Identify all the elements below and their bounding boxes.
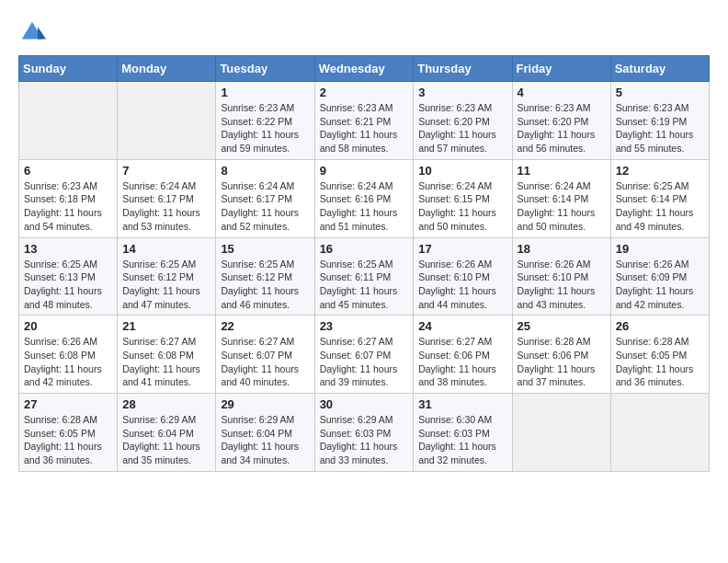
week-row-1: 1Sunrise: 6:23 AM Sunset: 6:22 PM Daylig… <box>19 82 710 160</box>
calendar-cell: 28Sunrise: 6:29 AM Sunset: 6:04 PM Dayli… <box>118 394 216 472</box>
calendar-cell: 20Sunrise: 6:26 AM Sunset: 6:08 PM Dayli… <box>19 316 118 394</box>
day-info: Sunrise: 6:25 AM Sunset: 6:12 PM Dayligh… <box>221 258 309 312</box>
day-number: 30 <box>320 397 409 411</box>
day-number: 11 <box>518 164 606 178</box>
day-number: 29 <box>221 397 309 411</box>
day-info: Sunrise: 6:24 AM Sunset: 6:17 PM Dayligh… <box>122 179 210 234</box>
calendar-cell: 14Sunrise: 6:25 AM Sunset: 6:12 PM Dayli… <box>118 237 216 316</box>
day-info: Sunrise: 6:23 AM Sunset: 6:20 PM Dayligh… <box>418 101 506 155</box>
day-info: Sunrise: 6:27 AM Sunset: 6:07 PM Dayligh… <box>320 335 409 389</box>
day-info: Sunrise: 6:25 AM Sunset: 6:14 PM Dayligh… <box>616 179 704 234</box>
day-info: Sunrise: 6:25 AM Sunset: 6:13 PM Dayligh… <box>24 258 112 312</box>
day-info: Sunrise: 6:24 AM Sunset: 6:17 PM Dayligh… <box>221 179 309 234</box>
calendar-cell: 16Sunrise: 6:25 AM Sunset: 6:11 PM Dayli… <box>314 237 414 316</box>
week-row-3: 13Sunrise: 6:25 AM Sunset: 6:13 PM Dayli… <box>19 237 710 316</box>
day-info: Sunrise: 6:29 AM Sunset: 6:04 PM Dayligh… <box>221 413 309 467</box>
calendar-cell: 1Sunrise: 6:23 AM Sunset: 6:22 PM Daylig… <box>216 82 314 160</box>
day-info: Sunrise: 6:25 AM Sunset: 6:12 PM Dayligh… <box>122 258 210 312</box>
column-header-wednesday: Wednesday <box>314 56 414 82</box>
calendar-cell <box>512 394 610 472</box>
column-header-saturday: Saturday <box>610 56 709 82</box>
column-header-thursday: Thursday <box>414 56 512 82</box>
calendar-cell: 2Sunrise: 6:23 AM Sunset: 6:21 PM Daylig… <box>314 82 414 160</box>
calendar-cell: 25Sunrise: 6:28 AM Sunset: 6:06 PM Dayli… <box>512 316 610 394</box>
calendar-cell: 12Sunrise: 6:25 AM Sunset: 6:14 PM Dayli… <box>610 159 709 237</box>
day-info: Sunrise: 6:28 AM Sunset: 6:05 PM Dayligh… <box>24 413 112 467</box>
day-number: 4 <box>518 86 606 99</box>
calendar-cell: 24Sunrise: 6:27 AM Sunset: 6:06 PM Dayli… <box>414 316 512 394</box>
day-info: Sunrise: 6:23 AM Sunset: 6:21 PM Dayligh… <box>320 101 409 155</box>
calendar-cell: 15Sunrise: 6:25 AM Sunset: 6:12 PM Dayli… <box>216 237 314 316</box>
calendar-cell: 23Sunrise: 6:27 AM Sunset: 6:07 PM Dayli… <box>314 316 414 394</box>
week-row-4: 20Sunrise: 6:26 AM Sunset: 6:08 PM Dayli… <box>19 316 710 394</box>
calendar-header-row: SundayMondayTuesdayWednesdayThursdayFrid… <box>19 56 710 82</box>
week-row-2: 6Sunrise: 6:23 AM Sunset: 6:18 PM Daylig… <box>19 159 710 237</box>
calendar-cell: 5Sunrise: 6:23 AM Sunset: 6:19 PM Daylig… <box>610 82 709 160</box>
calendar-cell: 31Sunrise: 6:30 AM Sunset: 6:03 PM Dayli… <box>414 394 512 472</box>
calendar-cell <box>610 394 709 472</box>
day-info: Sunrise: 6:26 AM Sunset: 6:09 PM Dayligh… <box>616 258 704 312</box>
calendar-cell: 19Sunrise: 6:26 AM Sunset: 6:09 PM Dayli… <box>610 237 709 316</box>
day-number: 28 <box>122 397 210 411</box>
day-number: 26 <box>616 319 704 333</box>
day-number: 27 <box>24 397 112 411</box>
day-number: 2 <box>320 86 409 99</box>
day-info: Sunrise: 6:27 AM Sunset: 6:06 PM Dayligh… <box>418 335 506 389</box>
day-info: Sunrise: 6:23 AM Sunset: 6:18 PM Dayligh… <box>24 179 112 234</box>
day-info: Sunrise: 6:27 AM Sunset: 6:07 PM Dayligh… <box>221 335 309 389</box>
calendar-cell <box>19 82 118 160</box>
page-header <box>18 18 710 46</box>
day-number: 8 <box>221 164 309 178</box>
svg-marker-1 <box>38 27 46 40</box>
day-number: 19 <box>616 242 704 256</box>
day-number: 20 <box>24 319 112 333</box>
calendar-cell: 8Sunrise: 6:24 AM Sunset: 6:17 PM Daylig… <box>216 159 314 237</box>
day-info: Sunrise: 6:24 AM Sunset: 6:15 PM Dayligh… <box>418 179 506 234</box>
calendar-cell: 27Sunrise: 6:28 AM Sunset: 6:05 PM Dayli… <box>19 394 118 472</box>
day-info: Sunrise: 6:29 AM Sunset: 6:03 PM Dayligh… <box>320 413 409 467</box>
day-number: 6 <box>24 164 112 178</box>
day-number: 13 <box>24 242 112 256</box>
day-number: 14 <box>122 242 210 256</box>
column-header-sunday: Sunday <box>19 56 118 82</box>
day-number: 18 <box>518 242 606 256</box>
day-info: Sunrise: 6:26 AM Sunset: 6:10 PM Dayligh… <box>418 258 506 312</box>
day-number: 22 <box>221 319 309 333</box>
day-info: Sunrise: 6:26 AM Sunset: 6:08 PM Dayligh… <box>24 335 112 389</box>
day-number: 1 <box>221 86 309 99</box>
day-number: 23 <box>320 319 409 333</box>
day-number: 16 <box>320 242 409 256</box>
logo-icon <box>18 18 46 46</box>
day-info: Sunrise: 6:30 AM Sunset: 6:03 PM Dayligh… <box>418 413 506 467</box>
day-number: 5 <box>616 86 704 99</box>
calendar-cell: 18Sunrise: 6:26 AM Sunset: 6:10 PM Dayli… <box>512 237 610 316</box>
day-number: 31 <box>418 397 506 411</box>
calendar-cell: 7Sunrise: 6:24 AM Sunset: 6:17 PM Daylig… <box>118 159 216 237</box>
day-number: 10 <box>418 164 506 178</box>
day-info: Sunrise: 6:28 AM Sunset: 6:06 PM Dayligh… <box>518 335 606 389</box>
day-info: Sunrise: 6:24 AM Sunset: 6:14 PM Dayligh… <box>518 179 606 234</box>
calendar-cell: 22Sunrise: 6:27 AM Sunset: 6:07 PM Dayli… <box>216 316 314 394</box>
day-number: 21 <box>122 319 210 333</box>
day-info: Sunrise: 6:25 AM Sunset: 6:11 PM Dayligh… <box>320 258 409 312</box>
day-number: 12 <box>616 164 704 178</box>
day-number: 7 <box>122 164 210 178</box>
calendar-cell: 9Sunrise: 6:24 AM Sunset: 6:16 PM Daylig… <box>314 159 414 237</box>
day-info: Sunrise: 6:24 AM Sunset: 6:16 PM Dayligh… <box>320 179 409 234</box>
day-info: Sunrise: 6:23 AM Sunset: 6:22 PM Dayligh… <box>221 101 309 155</box>
calendar-cell: 4Sunrise: 6:23 AM Sunset: 6:20 PM Daylig… <box>512 82 610 160</box>
column-header-monday: Monday <box>118 56 216 82</box>
column-header-friday: Friday <box>512 56 610 82</box>
day-number: 24 <box>418 319 506 333</box>
calendar-cell: 17Sunrise: 6:26 AM Sunset: 6:10 PM Dayli… <box>414 237 512 316</box>
day-info: Sunrise: 6:26 AM Sunset: 6:10 PM Dayligh… <box>518 258 606 312</box>
day-info: Sunrise: 6:28 AM Sunset: 6:05 PM Dayligh… <box>616 335 704 389</box>
calendar-cell: 29Sunrise: 6:29 AM Sunset: 6:04 PM Dayli… <box>216 394 314 472</box>
day-info: Sunrise: 6:23 AM Sunset: 6:19 PM Dayligh… <box>616 101 704 155</box>
week-row-5: 27Sunrise: 6:28 AM Sunset: 6:05 PM Dayli… <box>19 394 710 472</box>
calendar-cell: 30Sunrise: 6:29 AM Sunset: 6:03 PM Dayli… <box>314 394 414 472</box>
day-info: Sunrise: 6:29 AM Sunset: 6:04 PM Dayligh… <box>122 413 210 467</box>
calendar-cell: 6Sunrise: 6:23 AM Sunset: 6:18 PM Daylig… <box>19 159 118 237</box>
day-number: 15 <box>221 242 309 256</box>
logo <box>18 18 50 46</box>
